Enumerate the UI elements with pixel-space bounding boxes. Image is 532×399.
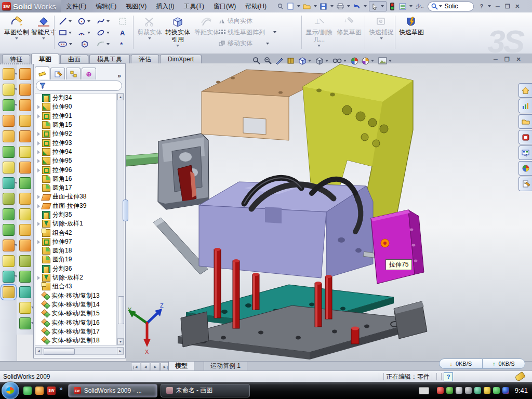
tray-volume-icon[interactable] <box>465 387 472 394</box>
scroll-up-arrow[interactable]: ▲ <box>117 94 124 100</box>
tooling-split-icon[interactable] <box>19 240 31 251</box>
circle-tool-icon[interactable] <box>75 17 95 25</box>
quick-launch-overflow-chevron[interactable]: » <box>59 385 63 392</box>
expand-arrow-icon[interactable] <box>36 168 41 172</box>
tray-security-alert-icon[interactable] <box>437 387 444 394</box>
apply-scene-icon[interactable] <box>362 57 375 65</box>
property-manager-tab[interactable] <box>50 68 65 79</box>
save-icon[interactable] <box>319 2 328 11</box>
input-method-keyboard-icon[interactable] <box>419 387 429 394</box>
instant3d-tool-icon[interactable] <box>3 286 15 298</box>
design-library-tab[interactable] <box>518 99 532 113</box>
freeform-tool-icon[interactable] <box>19 317 31 329</box>
menu-file[interactable]: 文件(F) <box>61 1 91 12</box>
zoom-area-icon[interactable] <box>264 57 272 65</box>
model-tab[interactable]: 模型 <box>168 362 194 371</box>
tree-item[interactable]: 切除-放样1 <box>35 219 116 228</box>
tags-icon[interactable] <box>514 371 526 382</box>
scroll-right-arrow[interactable]: ► <box>117 348 124 354</box>
tree-item[interactable]: 曲面-拉伸39 <box>35 202 116 210</box>
thicken-tool-icon[interactable] <box>19 177 31 189</box>
offset-surface-icon[interactable] <box>19 99 31 111</box>
shell-tool-icon[interactable] <box>3 162 15 174</box>
quick-launch-messenger-icon[interactable] <box>23 387 32 395</box>
menu-help[interactable]: 帮助(H) <box>241 1 271 12</box>
tree-item[interactable]: 实体-移动/复制13 <box>35 291 116 300</box>
tree-item[interactable]: 拉伸96 <box>35 165 116 174</box>
polygon-tool-icon[interactable]: + <box>75 40 95 48</box>
select-dropdown-caret[interactable] <box>381 5 384 7</box>
scale-tool-icon[interactable] <box>19 286 31 298</box>
display-style-icon[interactable] <box>315 57 329 65</box>
open-dropdown-caret[interactable] <box>314 5 317 7</box>
tree-item[interactable]: 分割34 <box>35 94 116 102</box>
taskbar-item-paint[interactable]: 未命名 - 画图 <box>161 384 250 397</box>
network-speed-widget[interactable]: ↓ 0KB/S ↑ 0KB/S <box>439 358 525 369</box>
tree-item[interactable]: 组合43 <box>35 282 116 291</box>
cut-tool-icon[interactable] <box>3 130 15 142</box>
expand-arrow-icon[interactable] <box>36 150 41 154</box>
chamfer-tool-icon[interactable] <box>3 146 15 158</box>
mirror-tool-icon[interactable] <box>3 224 15 236</box>
trim-surface-icon[interactable] <box>19 130 31 142</box>
convert-dropdown-caret[interactable] <box>176 45 179 47</box>
tree-item[interactable]: 切除-放样2 <box>35 273 116 282</box>
tab-features[interactable]: 特征 <box>2 55 30 64</box>
model-clamp-body[interactable] <box>158 134 209 209</box>
boss-tool-icon[interactable] <box>3 84 15 96</box>
slot-tool-icon[interactable] <box>56 41 75 47</box>
scroll-down-arrow[interactable]: ▼ <box>117 338 124 345</box>
new-dropdown-caret[interactable] <box>297 5 300 7</box>
sweep-tool-icon[interactable] <box>3 115 15 127</box>
expand-arrow-icon[interactable] <box>36 221 41 226</box>
tree-item[interactable]: 圆角16 <box>35 175 116 183</box>
hide-show-items-icon[interactable] <box>332 58 348 64</box>
select-arrow-icon[interactable] <box>370 2 380 11</box>
shut-off-surface-icon[interactable] <box>19 224 31 236</box>
motion-study-tab[interactable]: 运动算例 1 <box>204 362 247 371</box>
new-document-icon[interactable] <box>286 2 295 11</box>
smart-dimension-button[interactable]: 智能尺寸 <box>30 14 57 50</box>
first-tab-button[interactable]: |◄ <box>131 363 140 371</box>
file-explorer-tab[interactable] <box>518 114 532 129</box>
cavity-tool-icon[interactable] <box>19 271 31 283</box>
expand-arrow-icon[interactable] <box>36 158 41 163</box>
next-tab-button[interactable]: ► <box>151 363 160 371</box>
sketch-text-icon[interactable]: A <box>113 29 132 37</box>
menu-insert[interactable]: 插入(I) <box>151 1 179 12</box>
spline-tool-icon[interactable] <box>94 17 113 25</box>
quick-launch-app-icon[interactable] <box>35 387 44 395</box>
extend-surface-icon[interactable] <box>19 115 31 127</box>
tab-sketch[interactable]: 草图 <box>31 54 59 64</box>
appearances-scenes-tab[interactable] <box>518 161 532 176</box>
tree-item[interactable]: 圆角15 <box>35 121 116 129</box>
rotate-view-icon[interactable] <box>275 57 284 65</box>
region-select-icon[interactable] <box>113 17 132 25</box>
section-view-icon[interactable] <box>287 57 295 65</box>
line-tool-icon[interactable] <box>56 17 75 25</box>
panel-tabs-overflow-chevron[interactable]: » <box>117 72 124 79</box>
pushpin-icon[interactable] <box>275 2 285 11</box>
toolbar-overflow-text[interactable]: 少.. <box>416 3 424 10</box>
tree-item[interactable]: 分割36 <box>35 264 116 273</box>
tray-shield-plus-icon[interactable] <box>493 387 500 394</box>
expand-arrow-icon[interactable] <box>36 240 41 244</box>
curves-tool-icon[interactable] <box>3 255 15 267</box>
sketch-dropdown-caret[interactable] <box>15 37 18 39</box>
tree-item[interactable]: 实体-移动/复制18 <box>35 336 116 345</box>
3d-model-scene[interactable]: Y Z X <box>126 63 532 361</box>
expand-arrow-icon[interactable] <box>36 141 41 145</box>
parting-surface-icon[interactable] <box>19 208 31 220</box>
tree-item[interactable]: 圆角18 <box>35 246 116 255</box>
minimize-button[interactable]: ─ <box>493 3 502 10</box>
close-button[interactable]: ✕ <box>513 3 522 10</box>
model-purple-block[interactable] <box>199 178 376 278</box>
scrollbar-thumb[interactable] <box>118 296 124 324</box>
save-dropdown-caret[interactable] <box>330 5 334 7</box>
options-list-icon[interactable] <box>398 2 407 11</box>
convert-entities-button[interactable]: 转换实体引用 <box>164 14 191 50</box>
arc-tool-icon[interactable] <box>75 29 95 37</box>
rapid-sketch-button[interactable]: 快速草图 <box>398 14 425 50</box>
doc-restore-button[interactable]: ❐ <box>503 56 511 63</box>
sketch-fillet-icon[interactable] <box>94 40 113 48</box>
